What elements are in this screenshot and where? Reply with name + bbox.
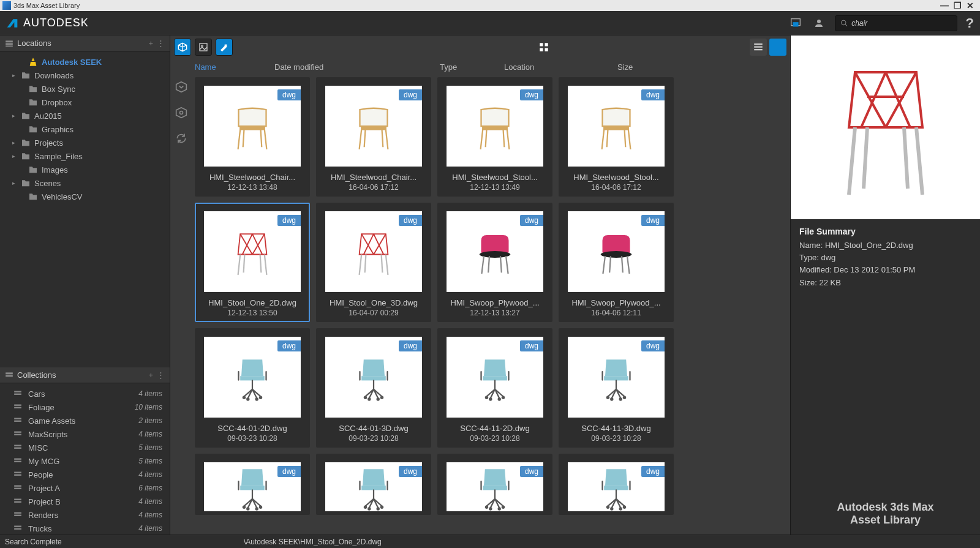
asset-item[interactable]: dwgHMI_Steelwood_Stool...12-12-13 13:49 [437,77,552,197]
svg-rect-7 [6,45,13,47]
asset-thumbnail: dwg [204,337,301,418]
grid-view-button[interactable] [769,39,786,56]
link-icon[interactable] [174,105,189,120]
asset-grid-scroll[interactable]: dwgHMI_Steelwood_Chair...12-12-13 13:48d… [195,75,790,539]
svg-line-69 [260,255,262,273]
image-tool-button[interactable] [195,39,212,56]
svg-rect-23 [14,474,21,475]
collection-label: Cars [28,389,45,399]
collection-item[interactable]: Project B4 items [0,495,170,508]
location-item[interactable]: Graphics [0,122,170,136]
svg-line-87 [622,256,623,272]
location-item[interactable]: Images [0,163,170,176]
folder-icon [21,111,31,121]
status-path: \Autodesk SEEK\HMI_Stool_One_2D.dwg [244,538,382,546]
location-item[interactable]: Dropbox [0,96,170,109]
collection-item[interactable]: My MCG5 items [0,454,170,468]
asset-item[interactable]: dwgHMI_Swoop_Plywood_...12-12-13 13:27 [437,203,552,322]
asset-item[interactable]: dwg [316,454,431,515]
search-box[interactable] [835,15,957,31]
chair-icon [589,221,644,282]
svg-line-84 [603,256,605,274]
asset-item[interactable]: dwgHMI_Stool_One_2D.dwg12-12-13 13:50 [195,203,310,322]
svg-rect-20 [14,458,21,459]
location-item[interactable]: Box Sync [0,82,170,96]
asset-item[interactable]: dwgSCC-44-11-2D.dwg09-03-23 10:28 [437,328,552,448]
asset-item[interactable]: dwg [559,454,674,515]
location-item[interactable]: ▸Sample_Files [0,149,170,163]
home-icon[interactable] [788,16,803,31]
asset-thumbnail: dwg [447,86,543,167]
help-icon[interactable]: ? [966,15,974,31]
asset-item[interactable]: dwgSCC-44-01-2D.dwg09-03-23 10:28 [195,328,310,448]
svg-point-142 [498,507,501,510]
collection-item[interactable]: Renders4 items [0,508,170,522]
column-location[interactable]: Location [504,62,617,72]
collection-item[interactable]: Foliage10 items [0,400,170,414]
search-input[interactable] [851,19,951,28]
asset-item[interactable]: dwgSCC-44-01-3D.dwg09-03-23 10:28 [316,328,431,448]
location-item[interactable]: Autodesk SEEK [0,55,170,69]
asset-item[interactable]: dwgHMI_Swoop_Plywood_...16-04-06 12:11 [559,203,674,322]
collections-menu-button[interactable]: ⋮ [157,370,165,380]
svg-point-2 [817,20,821,23]
add-location-button[interactable]: + [148,39,153,48]
collection-item[interactable]: MaxScripts4 items [0,427,170,441]
column-name[interactable]: Name [195,62,274,72]
collection-icon [13,443,23,453]
asset-item[interactable]: dwgHMI_Steelwood_Stool...16-04-06 17:12 [559,77,674,197]
collection-count: 6 items [138,484,162,492]
collections-panel-header: Collections + ⋮ [0,367,170,383]
add-collection-button[interactable]: + [148,370,153,380]
collection-label: My MCG [28,457,59,466]
maximize-button[interactable]: ❐ [954,1,962,10]
asset-item[interactable]: dwgHMI_Stool_One_3D.dwg16-04-07 00:29 [316,203,431,322]
refresh-icon[interactable] [174,131,189,146]
collection-count: 4 items [138,470,162,479]
asset-thumbnail: dwg [568,211,665,292]
svg-point-125 [246,507,249,510]
column-type[interactable]: Type [440,62,504,72]
chair-icon [225,96,280,157]
import-icon[interactable] [174,80,189,94]
location-item[interactable]: ▸Projects [0,136,170,149]
collection-item[interactable]: MISC5 items [0,441,170,454]
locations-menu-button[interactable]: ⋮ [157,39,165,48]
collection-item[interactable]: Trucks4 items [0,522,170,535]
location-item[interactable]: ▸Scenes [0,176,170,190]
collection-item[interactable]: People4 items [0,468,170,481]
column-modified[interactable]: Date modified [274,62,440,72]
location-item[interactable]: ▸Au2015 [0,109,170,122]
close-button[interactable]: ✕ [967,1,974,10]
asset-item[interactable]: dwg [437,454,552,515]
cube-tool-button[interactable] [174,39,191,56]
svg-point-119 [623,396,626,399]
asset-item[interactable]: dwgSCC-44-11-3D.dwg09-03-23 10:28 [559,328,674,448]
location-label: Box Sync [42,84,75,94]
svg-line-77 [382,255,383,273]
summary-type: Type: dwg [799,252,971,263]
svg-point-117 [610,397,613,400]
asset-item[interactable]: dwg [195,454,310,515]
wrench-tool-button[interactable] [216,39,233,56]
svg-line-45 [243,129,244,147]
list-view-button[interactable] [750,39,767,56]
minimize-button[interactable]: — [940,1,949,10]
location-item[interactable]: VehiclesCV [0,190,170,203]
collection-item[interactable]: Project A6 items [0,481,170,495]
collection-item[interactable]: Game Assets2 items [0,414,170,427]
asset-item[interactable]: dwgHMI_Steelwood_Chair...12-12-13 13:48 [195,77,310,197]
svg-point-133 [368,507,371,510]
svg-line-53 [481,129,483,149]
location-item[interactable]: ▸Downloads [0,69,170,82]
collection-count: 4 items [138,497,162,506]
column-size[interactable]: Size [617,62,790,72]
asset-date: 09-03-23 10:28 [227,434,277,443]
svg-line-80 [506,256,508,274]
asset-name: SCC-44-11-2D.dwg [460,424,529,433]
file-type-badge: dwg [277,89,301,100]
user-icon[interactable] [812,16,826,31]
collection-item[interactable]: Cars4 items [0,387,170,400]
asset-item[interactable]: dwgHMI_Steelwood_Chair...16-04-06 17:12 [316,77,431,197]
collection-icon [13,524,23,534]
